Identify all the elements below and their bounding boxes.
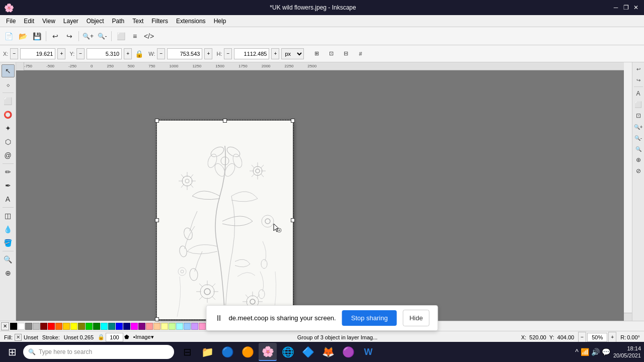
h-decrement[interactable]: −: [224, 48, 232, 59]
menu-filters[interactable]: Filters: [147, 17, 172, 26]
fill-swatch[interactable]: ✕: [15, 334, 22, 341]
color-swatch[interactable]: [33, 323, 40, 330]
color-swatch[interactable]: [199, 323, 206, 330]
color-swatch[interactable]: [123, 323, 130, 330]
gradient-tool[interactable]: ◫: [2, 209, 15, 222]
color-swatch[interactable]: [18, 323, 25, 330]
menu-object[interactable]: Object: [83, 17, 108, 26]
no-fill-swatch[interactable]: ✕: [1, 322, 9, 330]
stop-sharing-button[interactable]: Stop sharing: [342, 310, 397, 326]
color-swatch[interactable]: [101, 323, 108, 330]
start-button[interactable]: ⊞: [3, 343, 21, 361]
eyedropper-tool[interactable]: 💧: [2, 223, 15, 236]
xml-button[interactable]: </>: [142, 30, 155, 43]
zoom-out-button[interactable]: 🔍-: [96, 30, 109, 43]
color-swatch[interactable]: [184, 323, 191, 330]
select-tool[interactable]: ↖: [2, 64, 15, 77]
close-button[interactable]: ✕: [632, 4, 640, 12]
right-panel-btn-2[interactable]: ↪: [634, 75, 643, 84]
snap-btn-1[interactable]: ⊞: [310, 47, 323, 60]
color-swatch[interactable]: [70, 323, 77, 330]
canvas[interactable]: [16, 70, 624, 313]
calligraphy-tool[interactable]: ✒: [2, 179, 15, 192]
zoom-out-status[interactable]: −: [578, 332, 586, 343]
snap-btn-4[interactable]: #: [354, 47, 367, 60]
handle-tm[interactable]: [223, 119, 227, 123]
taskbar-app-2[interactable]: 🟠: [238, 343, 257, 361]
lock-icon[interactable]: 🔒: [135, 50, 143, 58]
menu-help[interactable]: Help: [210, 17, 230, 26]
tray-chevron[interactable]: ^: [575, 348, 579, 356]
x-input[interactable]: [20, 48, 55, 59]
h-increment[interactable]: +: [271, 48, 279, 59]
zoom-tool[interactable]: ⬜: [2, 95, 15, 108]
taskbar-word[interactable]: W: [359, 343, 377, 361]
color-swatch[interactable]: [161, 323, 168, 330]
taskbar-explorer[interactable]: 📁: [198, 343, 216, 361]
opacity-input[interactable]: [106, 333, 123, 342]
zoom-view-tool[interactable]: 🔍: [2, 253, 15, 266]
handle-ml[interactable]: [155, 218, 159, 222]
hide-button[interactable]: Hide: [403, 310, 430, 326]
polygon-tool[interactable]: ⬡: [2, 135, 15, 148]
taskbar-inkscape[interactable]: 🌸: [259, 343, 277, 361]
handle-mr[interactable]: [291, 218, 295, 222]
right-panel-btn-1[interactable]: ↩: [634, 64, 643, 73]
taskbar-edge[interactable]: 🔷: [299, 343, 317, 361]
taskbar-search-box[interactable]: 🔍 Type here to search: [23, 345, 174, 359]
minimize-button[interactable]: ─: [612, 4, 620, 12]
connector-tool[interactable]: ⊕: [2, 266, 15, 280]
taskbar-app-4[interactable]: 🟣: [339, 343, 357, 361]
color-swatch[interactable]: [138, 323, 145, 330]
h-input[interactable]: [234, 48, 269, 59]
color-swatch[interactable]: [131, 323, 138, 330]
zoom-in-status[interactable]: +: [608, 332, 616, 343]
taskbar-chrome[interactable]: 🌐: [279, 343, 297, 361]
star-tool[interactable]: ✦: [2, 122, 15, 135]
spiral-tool[interactable]: @: [2, 149, 15, 162]
paint-bucket-tool[interactable]: 🪣: [2, 236, 15, 249]
menu-extensions[interactable]: Extensions: [172, 17, 210, 26]
open-button[interactable]: 📂: [16, 30, 29, 43]
tray-volume-icon[interactable]: 🔊: [591, 348, 600, 356]
snap-btn-2[interactable]: ⊡: [325, 47, 338, 60]
color-swatch[interactable]: [10, 323, 17, 330]
snap-btn-3[interactable]: ⊟: [339, 47, 352, 60]
menu-edit[interactable]: Edit: [20, 17, 38, 26]
new-button[interactable]: 📄: [2, 30, 15, 43]
taskbar-app-1[interactable]: 🔵: [218, 343, 236, 361]
text-tool[interactable]: A: [2, 193, 15, 206]
taskbar-app-3[interactable]: 🦊: [319, 343, 337, 361]
w-input[interactable]: [167, 48, 202, 59]
handle-tl[interactable]: [155, 119, 159, 123]
circle-tool[interactable]: ⭕: [2, 108, 15, 121]
color-swatch[interactable]: [48, 323, 55, 330]
image-container[interactable]: [157, 121, 293, 313]
redo-button[interactable]: ↪: [63, 30, 76, 43]
right-panel-btn-4[interactable]: ⬜: [634, 100, 643, 109]
zoom-in-button[interactable]: 🔍+: [82, 30, 95, 43]
zoom-input[interactable]: [587, 333, 607, 342]
color-swatch[interactable]: [93, 323, 100, 330]
color-swatch[interactable]: [146, 323, 153, 330]
transform-button[interactable]: ⬜: [114, 30, 127, 43]
pencil-tool[interactable]: ✏: [2, 165, 15, 178]
x-increment[interactable]: +: [57, 48, 65, 59]
handle-tr[interactable]: [291, 119, 295, 123]
color-swatch[interactable]: [55, 323, 62, 330]
undo-button[interactable]: ↩: [49, 30, 62, 43]
notification-icon[interactable]: 💬: [602, 348, 610, 356]
menu-text[interactable]: Text: [128, 17, 147, 26]
menu-file[interactable]: File: [2, 17, 20, 26]
maximize-button[interactable]: ❐: [622, 4, 630, 12]
node-tool[interactable]: ⬦: [2, 78, 15, 91]
right-panel-btn-5[interactable]: ⊡: [634, 111, 643, 120]
menu-layer[interactable]: Layer: [59, 17, 83, 26]
y-decrement[interactable]: −: [76, 48, 85, 59]
menu-path[interactable]: Path: [108, 17, 129, 26]
color-swatch[interactable]: [191, 323, 198, 330]
y-increment[interactable]: +: [124, 48, 132, 59]
right-panel-btn-6[interactable]: 🔍+: [634, 122, 643, 131]
color-swatch[interactable]: [169, 323, 176, 330]
x-decrement[interactable]: −: [10, 48, 18, 59]
